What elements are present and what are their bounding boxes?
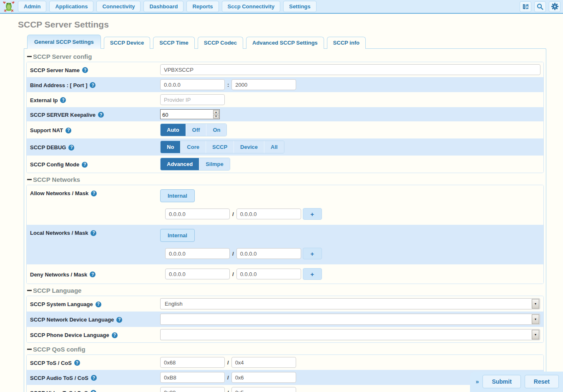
collapse-section-icon[interactable] <box>27 179 32 180</box>
allow-network-input[interactable] <box>165 209 230 219</box>
deny-add-button[interactable]: + <box>303 268 322 280</box>
page-title: SCCP Server Settings <box>18 20 563 30</box>
tab-sccp-device[interactable]: SCCP Device <box>104 37 150 49</box>
row-network-device-language: SCCP Network Device Language ? ▾ <box>27 312 543 327</box>
local-network-input[interactable] <box>165 248 230 259</box>
tab-general-sccp-settings[interactable]: General SCCP Settings <box>27 35 101 49</box>
spin-down-button[interactable]: ▼ <box>213 115 219 119</box>
collapse-section-icon[interactable] <box>27 56 32 57</box>
phone-device-language-label: SCCP Phone Device Language <box>30 332 109 338</box>
external-ip-input[interactable] <box>160 94 225 105</box>
spin-up-button[interactable]: ▲ <box>213 110 219 114</box>
debug-sccp-button[interactable]: SCCP <box>206 141 234 153</box>
deny-networks-label: Deny Networks / Mask <box>30 271 87 278</box>
help-icon[interactable]: ? <box>74 360 80 366</box>
help-icon[interactable]: ? <box>60 97 66 103</box>
selected-value: English <box>161 301 532 307</box>
config-advanced-button[interactable]: Advanced <box>161 158 199 170</box>
video-cos-input[interactable] <box>231 387 296 392</box>
help-icon[interactable]: ? <box>90 390 96 392</box>
fieldset-networks: Allow Networks / Mask ? Internal / + Loc… <box>26 185 544 284</box>
row-sccp-tos: SCCP ToS / CoS ? / <box>27 355 543 370</box>
section-header-qos: SCCP QoS config <box>26 344 544 354</box>
nav-dashboard[interactable]: Dashboard <box>143 1 183 12</box>
row-audio-tos: SCCP Audio ToS / CoS ? / <box>27 370 543 385</box>
help-icon[interactable]: ? <box>65 128 71 133</box>
row-sccp-debug: SCCP DEBUG ? No Core SCCP Device All <box>27 138 543 156</box>
nav-admin[interactable]: Admin <box>18 1 46 12</box>
video-tos-input[interactable] <box>160 387 225 392</box>
help-icon[interactable]: ? <box>82 162 88 168</box>
config-simple-button[interactable]: Silmpe <box>199 158 230 170</box>
submit-button[interactable]: Submit <box>483 375 520 388</box>
deny-network-input[interactable] <box>165 269 230 279</box>
server-name-label: SCCP Server Name <box>30 67 80 73</box>
search-button[interactable] <box>534 1 546 12</box>
language-book-icon: A <box>522 3 529 10</box>
sccp-cos-input[interactable] <box>231 357 296 368</box>
help-icon[interactable]: ? <box>90 230 96 236</box>
debug-core-button[interactable]: Core <box>181 141 206 153</box>
tab-advanced-sccp-settings[interactable]: Advanced SCCP Settings <box>246 37 324 49</box>
nav-connectivity[interactable]: Connectivity <box>96 1 141 12</box>
audio-tos-input[interactable] <box>160 372 225 383</box>
tab-sccp-time[interactable]: SCCP Time <box>153 37 195 49</box>
server-name-input[interactable] <box>160 64 540 75</box>
slash-separator: / <box>232 251 234 257</box>
help-icon[interactable]: ? <box>98 112 104 118</box>
tab-sccp-codec[interactable]: SCCP Codec <box>198 37 243 49</box>
network-device-language-select[interactable]: ▾ <box>160 314 540 325</box>
collapse-bar-icon[interactable]: » <box>476 378 479 385</box>
frog-logo[interactable] <box>3 1 15 13</box>
collapse-section-icon[interactable] <box>27 290 32 291</box>
help-icon[interactable]: ? <box>91 191 97 196</box>
bind-port-input[interactable] <box>231 79 296 90</box>
phone-device-language-select[interactable]: ▾ <box>160 329 540 340</box>
collapse-section-icon[interactable] <box>27 349 32 350</box>
debug-device-button[interactable]: Device <box>234 141 264 153</box>
help-icon[interactable]: ? <box>112 332 118 338</box>
audio-tos-label: SCCP Audio ToS / CoS <box>30 375 88 381</box>
help-icon[interactable]: ? <box>90 271 96 277</box>
audio-cos-input[interactable] <box>231 372 296 383</box>
slash-separator: / <box>232 271 234 277</box>
allow-internal-button[interactable]: Internal <box>160 189 195 202</box>
keepalive-input[interactable] <box>161 110 213 119</box>
colon-separator: : <box>227 82 229 88</box>
debug-no-button[interactable]: No <box>161 141 181 153</box>
reset-button[interactable]: Reset <box>525 375 559 388</box>
help-icon[interactable]: ? <box>96 302 101 307</box>
video-tos-label: SCCP Video ToS / CoS <box>30 390 88 392</box>
row-config-mode: SCCP Config Mode ? Advanced Silmpe <box>27 156 543 173</box>
local-internal-button[interactable]: Internal <box>160 229 195 242</box>
deny-mask-input[interactable] <box>236 269 301 279</box>
bind-address-input[interactable] <box>160 79 225 90</box>
nat-off-button[interactable]: Off <box>186 124 207 136</box>
tab-sccp-info[interactable]: SCCP info <box>327 37 366 49</box>
nav-settings[interactable]: Settings <box>283 1 316 12</box>
section-title: SCCP Server config <box>33 53 92 60</box>
help-icon[interactable]: ? <box>116 317 122 323</box>
local-add-button[interactable]: + <box>303 248 322 259</box>
nav-applications[interactable]: Applications <box>49 1 93 12</box>
slash-separator: / <box>227 359 229 366</box>
language-button[interactable]: A <box>520 1 531 12</box>
help-icon[interactable]: ? <box>91 375 97 381</box>
system-language-select[interactable]: English ▾ <box>160 298 540 309</box>
nav-reports[interactable]: Reports <box>186 1 219 12</box>
help-icon[interactable]: ? <box>68 145 74 151</box>
allow-mask-input[interactable] <box>236 209 301 219</box>
allow-add-button[interactable]: + <box>303 208 322 220</box>
row-keepalive: SCCP SERVER Keepalive ? ▲ ▼ <box>27 107 543 121</box>
row-server-name: SCCP Server Name ? <box>27 62 543 77</box>
nav-sccp-connectivity[interactable]: Sccp Connectivity <box>222 1 281 12</box>
local-mask-input[interactable] <box>236 248 301 259</box>
help-icon[interactable]: ? <box>90 82 96 88</box>
settings-gear-button[interactable] <box>549 1 560 12</box>
sccp-tos-input[interactable] <box>160 357 225 368</box>
debug-all-button[interactable]: All <box>264 141 284 153</box>
row-video-tos: SCCP Video ToS / CoS ? / <box>27 385 543 392</box>
help-icon[interactable]: ? <box>82 67 88 73</box>
nat-on-button[interactable]: On <box>206 124 226 136</box>
nat-auto-button[interactable]: Auto <box>161 124 186 136</box>
